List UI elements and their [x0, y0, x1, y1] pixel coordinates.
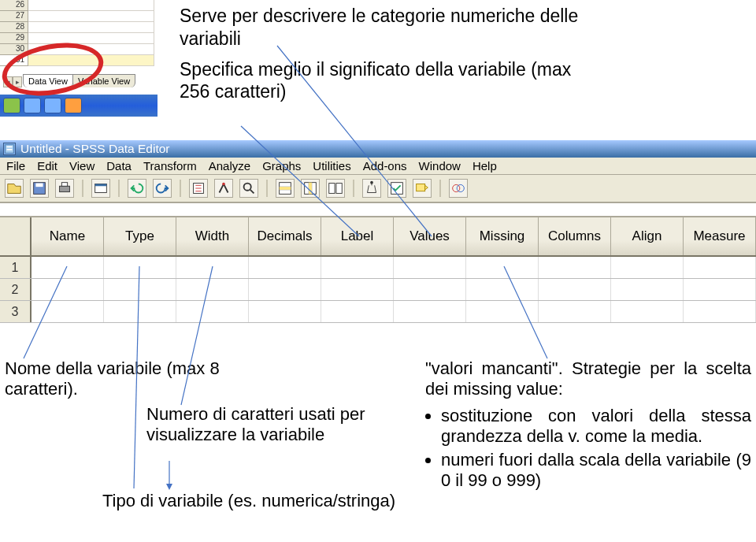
- taskbar-app-icon[interactable]: [24, 98, 41, 113]
- menu-help[interactable]: Help: [472, 159, 497, 173]
- titlebar: Untitled - SPSS Data Editor: [0, 140, 756, 158]
- menu-window[interactable]: Window: [419, 159, 461, 173]
- sheet-tabs: ◂ ▸ Data View Variable View: [3, 74, 135, 87]
- callout-width: Numero di caratteri usati per visualizza…: [146, 404, 406, 445]
- toolbar: [0, 175, 756, 203]
- select-cases-icon[interactable]: [387, 179, 406, 198]
- svg-rect-5: [60, 186, 70, 191]
- row-number: 27: [0, 11, 28, 22]
- app-icon: [3, 143, 16, 155]
- row-number: 30: [0, 44, 28, 55]
- value-labels-icon[interactable]: [413, 179, 432, 198]
- col-align[interactable]: Align: [611, 217, 684, 255]
- row-number: 29: [0, 33, 28, 44]
- menu-data[interactable]: Data: [106, 159, 132, 173]
- data-row: 1: [0, 257, 756, 279]
- split-file-icon[interactable]: [326, 179, 345, 198]
- tab-variable-view[interactable]: Variable View: [72, 74, 135, 87]
- menu-view[interactable]: View: [69, 159, 94, 173]
- menu-analyze[interactable]: Analyze: [209, 159, 250, 173]
- svg-rect-13: [280, 187, 291, 190]
- callout-name: Nome della variabile (max 8 caratteri).: [5, 358, 241, 399]
- col-measure[interactable]: Measure: [684, 217, 756, 255]
- svg-marker-30: [166, 484, 172, 490]
- callout-missing-intro: "valori mancanti". Strategie per la scel…: [425, 358, 751, 399]
- menu-utilities[interactable]: Utilities: [313, 159, 350, 173]
- taskbar-app-icon[interactable]: [44, 98, 61, 113]
- svg-rect-2: [7, 149, 13, 150]
- insert-case-icon[interactable]: [276, 179, 295, 198]
- grid-cells: [28, 0, 154, 66]
- tab-nav-right-icon[interactable]: ▸: [13, 76, 22, 87]
- col-values[interactable]: Values: [394, 217, 466, 255]
- svg-rect-16: [329, 184, 335, 194]
- print-icon[interactable]: [55, 179, 74, 198]
- menu-graphs[interactable]: Graphs: [262, 159, 301, 173]
- open-icon[interactable]: [5, 179, 24, 198]
- callout-bottom-right: "valori mancanti". Strategie per la scel…: [425, 358, 751, 494]
- col-missing[interactable]: Missing: [466, 217, 539, 255]
- windows-taskbar: [0, 95, 158, 117]
- svg-point-10: [222, 183, 225, 186]
- spss-fragment-top: 26 27 28 29 30 31 ◂ ▸ Data View Variable…: [0, 0, 158, 126]
- use-sets-icon[interactable]: [449, 179, 468, 198]
- svg-point-18: [370, 181, 373, 184]
- svg-rect-1: [7, 147, 13, 148]
- tab-data-view[interactable]: Data View: [23, 74, 73, 87]
- callout-values: Serve per descrivere le categorie numeri…: [180, 5, 581, 50]
- col-type[interactable]: Type: [104, 217, 176, 255]
- start-button-icon[interactable]: [3, 98, 20, 113]
- callout-label: Specifica meglio il significato della va…: [180, 58, 581, 104]
- row-number: 28: [0, 22, 28, 33]
- variables-icon[interactable]: [214, 179, 233, 198]
- menu-addons[interactable]: Add-ons: [363, 159, 407, 173]
- svg-rect-6: [61, 183, 67, 187]
- save-icon[interactable]: [30, 179, 49, 198]
- callout-type: Tipo di variabile (es. numerica/stringa): [102, 491, 395, 511]
- data-row: 3: [0, 301, 756, 323]
- svg-rect-8: [95, 184, 107, 187]
- svg-rect-20: [417, 184, 425, 191]
- callout-bottom-left: Nome della variabile (max 8 caratteri). …: [5, 358, 414, 399]
- row-header[interactable]: 2: [0, 279, 32, 300]
- svg-point-22: [457, 184, 464, 191]
- svg-rect-15: [309, 183, 312, 195]
- col-columns[interactable]: Columns: [539, 217, 611, 255]
- redo-icon[interactable]: [153, 179, 172, 198]
- row-header[interactable]: 3: [0, 301, 32, 322]
- callout-missing-b1: sostituzione con valori della stessa gra…: [441, 406, 751, 447]
- taskbar-app-icon[interactable]: [65, 98, 82, 113]
- menubar: File Edit View Data Transform Analyze Gr…: [0, 158, 756, 175]
- column-header-row: Name Type Width Decimals Label Values Mi…: [0, 217, 756, 257]
- find-icon[interactable]: [239, 179, 258, 198]
- menu-edit[interactable]: Edit: [37, 159, 57, 173]
- spss-window: Untitled - SPSS Data Editor File Edit Vi…: [0, 140, 756, 323]
- row-number: 31: [0, 55, 28, 66]
- data-row: 2: [0, 279, 756, 301]
- row-number: 26: [0, 0, 28, 11]
- col-name[interactable]: Name: [32, 217, 104, 255]
- svg-rect-17: [336, 184, 342, 194]
- dialog-recall-icon[interactable]: [91, 179, 110, 198]
- window-title: Untitled - SPSS Data Editor: [20, 142, 170, 156]
- tab-nav-left-icon[interactable]: ◂: [3, 76, 13, 87]
- col-width[interactable]: Width: [176, 217, 249, 255]
- col-decimals[interactable]: Decimals: [249, 217, 321, 255]
- svg-rect-4: [35, 184, 43, 187]
- row-number-strip: 26 27 28 29 30 31: [0, 0, 28, 66]
- menu-transform[interactable]: Transform: [143, 159, 197, 173]
- col-label[interactable]: Label: [321, 217, 394, 255]
- insert-variable-icon[interactable]: [301, 179, 320, 198]
- svg-point-11: [244, 184, 251, 191]
- callout-missing-b2: numeri fuori dalla scala della variabile…: [441, 450, 751, 491]
- callout-top-text: Serve per descrivere le categorie numeri…: [180, 5, 581, 103]
- menu-file[interactable]: File: [6, 159, 25, 173]
- row-header[interactable]: 1: [0, 257, 32, 278]
- weight-cases-icon[interactable]: [362, 179, 381, 198]
- svg-point-21: [453, 184, 460, 191]
- goto-case-icon[interactable]: [189, 179, 208, 198]
- undo-icon[interactable]: [128, 179, 146, 198]
